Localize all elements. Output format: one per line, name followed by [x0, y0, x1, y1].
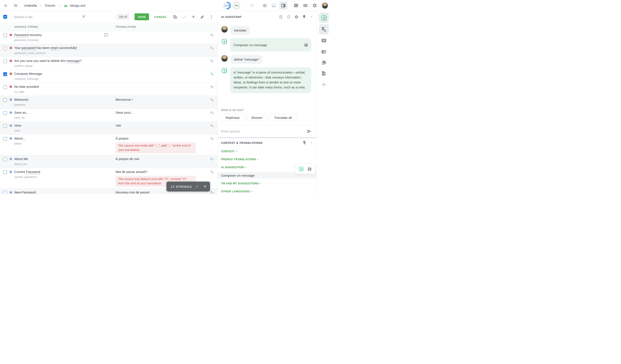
- translation-cell: Bienvenue !: [116, 97, 207, 107]
- row-checkbox[interactable]: [3, 137, 7, 141]
- back-icon[interactable]: [3, 3, 8, 8]
- bottom-panel-view-icon[interactable]: [272, 3, 276, 8]
- source-text-segment: Current: [14, 170, 26, 173]
- table-row[interactable]: Your password has been reset successfull…: [0, 44, 217, 57]
- source-string: No date provided: [14, 84, 109, 89]
- svg-text:A: A: [210, 98, 212, 101]
- row-checkbox[interactable]: [3, 72, 7, 76]
- context-section-tm-and-mt-suggestions[interactable]: TM AND MT SUGGESTIONS▸: [218, 179, 316, 187]
- quick-action-button[interactable]: Rephrase: [221, 114, 244, 121]
- row-checkbox[interactable]: [3, 59, 7, 63]
- approve-check-icon[interactable]: [182, 15, 187, 19]
- approved-progress-ring[interactable]: 0%: [233, 2, 241, 9]
- table-row[interactable]: About Meabout_meÀ propos de moiA: [0, 155, 217, 168]
- row-checkbox[interactable]: [3, 170, 7, 174]
- proofread-icon[interactable]: A: [210, 85, 214, 89]
- row-checkbox[interactable]: [3, 34, 7, 37]
- file-info-tab-icon[interactable]: [319, 70, 329, 77]
- prev-page-icon[interactable]: [195, 184, 199, 189]
- unpin-icon[interactable]: [302, 141, 306, 145]
- context-chevron-down-icon[interactable]: [310, 141, 313, 144]
- row-checkbox[interactable]: [3, 157, 7, 161]
- string-list: Password recoverypassword_recoveryAYour …: [0, 31, 217, 194]
- table-row[interactable]: ViewviewVoirA: [0, 122, 217, 135]
- svg-text:A: A: [210, 85, 212, 88]
- table-row[interactable]: Are you sure you want to delete this mes…: [0, 57, 217, 70]
- table-row[interactable]: Welcome!welcomeBienvenue !A: [0, 96, 217, 109]
- table-row[interactable]: Save as...save_asSava sous...A: [0, 109, 217, 122]
- copy-source-icon[interactable]: [173, 15, 177, 19]
- source-cell: About Meabout_me: [14, 156, 116, 166]
- row-checkbox[interactable]: [3, 98, 7, 102]
- cancel-button[interactable]: CANCEL: [154, 15, 167, 18]
- quick-action-button[interactable]: Translate all: [270, 114, 296, 121]
- comments-tab-icon[interactable]: [319, 38, 329, 44]
- translated-progress-ring[interactable]: 51%: [223, 2, 231, 9]
- right-panel-view-icon[interactable]: [279, 1, 287, 10]
- more-menu-icon[interactable]: [209, 15, 213, 19]
- proofread-icon[interactable]: A: [210, 170, 214, 174]
- string-key: about: [14, 141, 109, 146]
- translate-tab-icon[interactable]: A: [319, 24, 329, 34]
- proofread-icon[interactable]: A: [210, 71, 214, 76]
- add-panel-icon[interactable]: [319, 81, 329, 88]
- row-checkbox[interactable]: [3, 124, 7, 128]
- tm-suggestions-tab-icon[interactable]: [319, 49, 329, 55]
- keyboard-icon[interactable]: [303, 3, 308, 8]
- proofread-icon[interactable]: A: [210, 136, 214, 141]
- chevron-down-icon[interactable]: [310, 15, 313, 18]
- row-checkbox[interactable]: [3, 85, 7, 89]
- translation-cell: [116, 84, 207, 94]
- breadcrumb-item[interactable]: Umbrella: [24, 4, 37, 7]
- save-suggestion-icon[interactable]: [307, 167, 312, 171]
- ai-sparkle-icon[interactable]: [298, 166, 304, 172]
- status-badge: [9, 47, 12, 49]
- comment-bubble-icon[interactable]: [104, 33, 108, 37]
- settings-gear-icon[interactable]: [312, 3, 317, 8]
- proofread-icon[interactable]: A: [210, 46, 214, 50]
- info-icon[interactable]: [287, 15, 291, 19]
- assistant-settings-icon[interactable]: [294, 15, 298, 19]
- proofread-icon[interactable]: A: [210, 190, 214, 194]
- add-string-icon[interactable]: [191, 15, 196, 19]
- context-section-french-translations[interactable]: FRENCH TRANSLATIONS▸: [218, 155, 316, 163]
- row-checkbox[interactable]: [3, 111, 7, 115]
- source-cell: Viewview: [14, 123, 116, 133]
- context-section-other-languages[interactable]: OTHER LANGUAGES▸: [218, 187, 316, 194]
- ai-assistant-tab-icon[interactable]: [319, 13, 329, 23]
- translation-text: À propos: [116, 136, 205, 141]
- source-string: About Me: [14, 156, 109, 161]
- table-row[interactable]: Password recoverypassword_recoveryA: [0, 31, 217, 44]
- next-page-icon[interactable]: [203, 184, 207, 189]
- edit-pencil-icon[interactable]: [200, 15, 205, 19]
- row-checkbox[interactable]: [3, 46, 7, 50]
- save-button[interactable]: SAVE: [135, 13, 149, 20]
- proofread-icon[interactable]: A: [210, 123, 214, 128]
- proofread-icon[interactable]: A: [210, 110, 214, 115]
- proofread-icon[interactable]: A: [210, 157, 214, 161]
- glossary-tab-icon[interactable]: [319, 59, 329, 66]
- save-suggestion-icon[interactable]: [304, 43, 308, 47]
- select-all-checkbox[interactable]: [3, 15, 7, 19]
- search-input[interactable]: [14, 15, 78, 19]
- side-by-side-view-icon[interactable]: [262, 3, 267, 8]
- context-section-context[interactable]: CONTEXT▸: [218, 147, 316, 155]
- feedback-note-icon[interactable]: [279, 15, 283, 19]
- filter-icon[interactable]: [82, 15, 86, 19]
- menu-icon[interactable]: [13, 3, 18, 8]
- table-row[interactable]: No date providedno_dateA: [0, 83, 217, 96]
- avatar[interactable]: [322, 2, 328, 9]
- row-checkbox[interactable]: [3, 191, 7, 194]
- proofread-icon[interactable]: A: [210, 98, 214, 102]
- pin-icon[interactable]: [302, 15, 306, 19]
- send-icon[interactable]: [307, 129, 311, 134]
- console-icon[interactable]: [293, 3, 298, 8]
- breadcrumb-item[interactable]: strings.xml: [70, 4, 85, 7]
- proofread-icon[interactable]: A: [210, 33, 214, 37]
- quick-action-button[interactable]: Shorten: [247, 114, 267, 121]
- prompt-input[interactable]: [221, 129, 307, 133]
- proofread-icon[interactable]: A: [210, 59, 214, 63]
- table-row[interactable]: Compose Messagecompose_messageA: [0, 70, 217, 83]
- breadcrumb-item[interactable]: French: [45, 4, 55, 7]
- table-row[interactable]: About...aboutÀ proposThe source text end…: [0, 135, 217, 155]
